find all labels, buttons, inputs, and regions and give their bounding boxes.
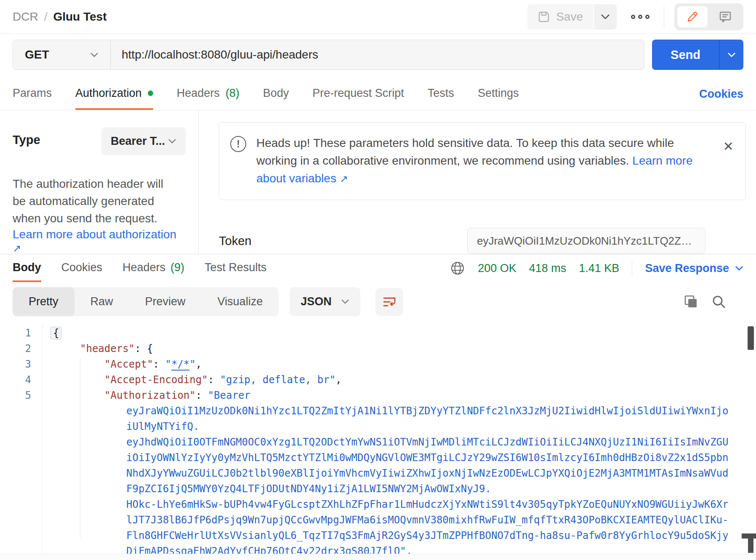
copy-icon[interactable] — [684, 294, 699, 309]
save-button-group: Save — [527, 4, 617, 29]
meta-divider — [632, 261, 632, 275]
warning-icon: ! — [230, 136, 246, 152]
chevron-down-icon — [735, 266, 743, 271]
response-tab-cookies-label: Cookies — [61, 261, 103, 274]
comment-icon — [719, 10, 732, 24]
scrollbar-bottom-corner[interactable] — [747, 533, 755, 553]
response-body-viewer[interactable]: 1{2"headers": {3"Accept": "*/*",4"Accept… — [0, 323, 756, 560]
banner-message: Heads up! These parameters hold sensitiv… — [256, 136, 674, 167]
code-wrap-line: NhdXJyYWwuZGUiLCJ0b2tlbl90eXBlIjoiYmVhcm… — [0, 466, 756, 481]
save-button[interactable]: Save — [527, 4, 593, 29]
save-response-button[interactable]: Save Response — [645, 262, 743, 275]
learn-more-authorization-label: Learn more about authorization — [13, 228, 176, 241]
format-select[interactable]: JSON — [290, 287, 360, 316]
code-line: 2"headers": { — [0, 341, 756, 357]
breadcrumb-collection[interactable]: DCR — [13, 10, 38, 24]
horizontal-scrollbar-track[interactable] — [0, 554, 756, 560]
view-mode-group: Pretty Raw Preview Visualize — [13, 287, 279, 316]
response-tab-headers[interactable]: Headers (9) — [122, 254, 184, 282]
code-wrap-line: iUlMyNTYifQ. — [0, 419, 756, 435]
code-line: 4"Accept-Encoding": "gzip, deflate, br", — [0, 372, 756, 388]
authorization-detail-column: ! Heads up! These parameters hold sensit… — [199, 110, 756, 254]
status-badge[interactable]: 200 OK — [478, 262, 516, 275]
tab-tests[interactable]: Tests — [428, 78, 454, 110]
tab-headers[interactable]: Headers (8) — [177, 78, 240, 110]
auth-type-select[interactable]: Bearer T... — [101, 127, 186, 155]
response-tab-test-results-label: Test Results — [205, 261, 266, 274]
view-mode-pretty[interactable]: Pretty — [13, 287, 75, 316]
response-viewer-bar: Pretty Raw Preview Visualize JSON — [0, 282, 756, 323]
tab-authorization[interactable]: Authorization — [75, 78, 153, 110]
breadcrumb-request-name[interactable]: Gluu Test — [53, 10, 106, 24]
send-button-label: Send — [671, 48, 700, 62]
view-mode-visualize[interactable]: Visualize — [202, 287, 279, 316]
auth-description: The authorization header will be automat… — [13, 175, 177, 227]
globe-icon[interactable] — [450, 261, 465, 276]
tab-params[interactable]: Params — [13, 78, 52, 110]
response-tab-headers-label: Headers — [122, 261, 165, 274]
viewer-icons — [684, 294, 743, 309]
more-options-icon[interactable] — [627, 11, 654, 23]
response-tab-test-results[interactable]: Test Results — [205, 254, 266, 282]
close-icon[interactable]: ✕ — [723, 140, 734, 153]
wrap-text-button[interactable] — [375, 288, 403, 316]
code-wrap-line: iOiIyOWNlYzIyYy0yMzVhLTQ5MzctYTZlMi0wMDQ… — [0, 450, 756, 466]
tab-headers-label: Headers — [177, 87, 220, 100]
tab-authorization-label: Authorization — [75, 87, 142, 100]
breadcrumb: DCR / Gluu Test — [13, 10, 107, 24]
line-number: 3 — [0, 357, 42, 372]
tab-settings[interactable]: Settings — [478, 78, 519, 110]
comment-button[interactable] — [710, 6, 740, 27]
response-tab-cookies[interactable]: Cookies — [61, 254, 103, 282]
view-mode-raw[interactable]: Raw — [75, 287, 129, 316]
sensitive-data-banner: ! Heads up! These parameters hold sensit… — [219, 122, 746, 200]
line-number: 4 — [0, 372, 42, 388]
response-time[interactable]: 418 ms — [529, 262, 567, 275]
save-icon — [538, 11, 550, 23]
chevron-down-icon — [727, 52, 736, 58]
edit-comment-toggle — [674, 3, 743, 30]
save-options-caret[interactable] — [593, 4, 617, 29]
external-link-icon: ↗ — [13, 243, 21, 254]
edit-mode-button[interactable] — [677, 6, 708, 27]
token-input[interactable]: eyJraWQiOiI1MzUzODk0Ni1hYzc1LTQ2ZmIt... — [467, 228, 705, 254]
tab-body[interactable]: Body — [263, 78, 289, 110]
save-response-label: Save Response — [645, 262, 729, 275]
view-mode-preview[interactable]: Preview — [129, 287, 202, 316]
tab-prerequest-script[interactable]: Pre-request Script — [312, 78, 404, 110]
line-number: 2 — [0, 341, 42, 357]
send-options-caret[interactable] — [719, 40, 743, 70]
line-number: 5 — [0, 388, 42, 403]
search-icon[interactable] — [711, 294, 727, 309]
code-wrap-line: F9pZCI6IjQ5MWY0YzQ4LTFjODUtNDY4Ny1iZjA1L… — [0, 481, 756, 497]
learn-more-authorization-link[interactable]: Learn more about authorization ↗ — [13, 228, 186, 255]
auth-type-label: Type — [13, 127, 40, 147]
top-bar-actions: Save — [527, 3, 743, 30]
line-number: 1 — [0, 325, 42, 341]
send-button[interactable]: Send — [652, 40, 719, 70]
method-select[interactable]: GET — [13, 40, 111, 69]
response-bar: Body Cookies Headers (9) Test Results 20… — [0, 254, 756, 282]
send-button-group: Send — [652, 40, 743, 70]
response-tabs: Body Cookies Headers (9) Test Results — [13, 254, 266, 282]
wrap-text-icon — [382, 294, 397, 309]
chevron-down-icon — [341, 299, 349, 304]
code-wrap-line: Fln8GHFCWeHrlUtXsVVsianlyQL6_TqzTI7qS3Fm… — [0, 528, 756, 544]
vertical-scrollbar-thumb[interactable] — [748, 326, 754, 350]
code-wrap-line: eyJhdWQiOiI0OTFmNGM0OC0xYzg1LTQ2ODctYmYw… — [0, 435, 756, 450]
headers-count-badge: (8) — [226, 87, 240, 100]
tab-tests-label: Tests — [428, 87, 454, 100]
pencil-icon — [686, 10, 699, 24]
code-wrap-line: HOkc-LhYe6mHkSw-bUPh4vw4FyGLcsptZXhLhZFp… — [0, 497, 756, 512]
token-row: Token eyJraWQiOiI1MzUzODk0Ni1hYzc1LTQ2Zm… — [219, 228, 746, 254]
url-bar: GET http://localhost:8080/gluu-api/heade… — [13, 40, 644, 70]
tab-settings-label: Settings — [478, 87, 519, 100]
code-wrap-line: eyJraWQiOiI1MzUzODk0Ni1hYzc1LTQ2ZmItYjA1… — [0, 403, 756, 419]
url-input[interactable]: http://localhost:8080/gluu-api/headers — [111, 40, 644, 69]
response-size[interactable]: 1.41 KB — [579, 262, 619, 275]
token-label: Token — [219, 234, 251, 248]
code-wrap-line: lJT7J38lB6JfP6dPsjq9Wn7upjQCcGwvMpgJWFMa… — [0, 512, 756, 528]
cookies-link[interactable]: Cookies — [699, 78, 743, 110]
chevron-down-icon — [168, 139, 176, 144]
response-tab-body[interactable]: Body — [13, 254, 41, 282]
